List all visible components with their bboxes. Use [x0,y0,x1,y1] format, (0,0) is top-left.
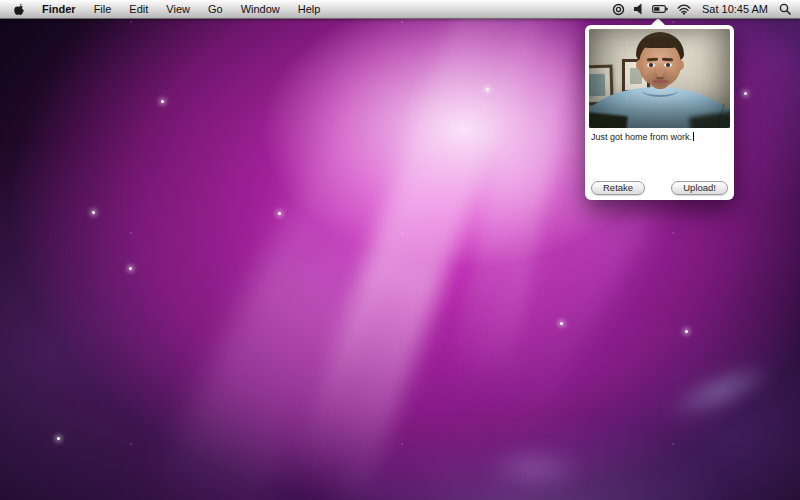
star [57,437,60,440]
screen: Finder File Edit View Go Window Help [0,0,800,500]
menu-bar-left: Finder File Edit View Go Window Help [0,0,329,18]
menu-item-file[interactable]: File [85,0,121,18]
popover-arrow [651,18,665,25]
star [744,92,747,95]
star [560,322,563,325]
apple-logo-icon [14,3,25,16]
upload-button[interactable]: Upload! [671,181,728,195]
apple-menu[interactable] [8,0,33,18]
photo-upload-popover: Just got home from work. Retake Upload! [585,25,734,200]
spotlight-icon[interactable] [779,0,791,18]
caption-input[interactable]: Just got home from work. [589,131,730,179]
wifi-menu-icon[interactable] [677,0,691,18]
popover-buttons: Retake Upload! [591,181,728,195]
menu-bar-status-area: Sat 10:45 AM [612,0,800,18]
star [161,100,164,103]
retake-button[interactable]: Retake [591,181,645,195]
menu-item-window[interactable]: Window [232,0,289,18]
menu-item-view[interactable]: View [157,0,199,18]
photo-vignette [589,29,730,128]
menu-item-edit[interactable]: Edit [120,0,157,18]
star [92,211,95,214]
camera-lens-menu-icon[interactable] [612,0,625,18]
star [685,330,688,333]
menu-item-help[interactable]: Help [289,0,330,18]
star [486,88,489,91]
star [129,267,132,270]
battery-menu-icon[interactable] [652,0,668,18]
menu-item-finder[interactable]: Finder [33,0,85,18]
text-cursor [693,132,694,141]
volume-menu-icon[interactable] [634,0,643,18]
menu-item-go[interactable]: Go [199,0,232,18]
menu-bar: Finder File Edit View Go Window Help [0,0,800,19]
webcam-photo-preview [589,29,730,128]
caption-text: Just got home from work. [591,132,692,142]
menu-bar-clock[interactable]: Sat 10:45 AM [700,3,770,15]
star [278,212,281,215]
